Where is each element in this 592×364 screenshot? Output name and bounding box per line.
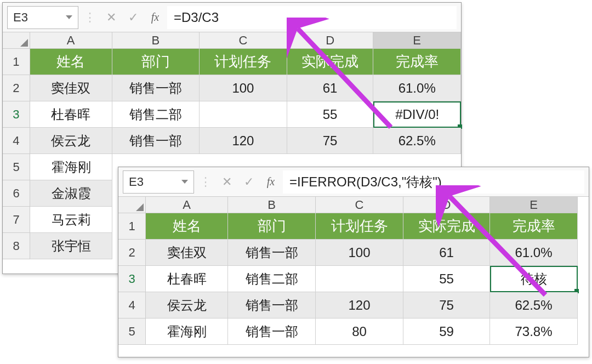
cell-d5[interactable]: 59 — [403, 318, 490, 345]
table-row: 5 霍海刚 销售一部 80 59 73.8% — [118, 318, 589, 345]
column-header-d[interactable]: D — [403, 197, 490, 213]
cell-b4[interactable]: 销售一部 — [228, 292, 316, 318]
column-header-b[interactable]: B — [112, 32, 200, 49]
check-icon: ✓ — [244, 175, 254, 189]
cell-a7[interactable]: 马云莉 — [30, 207, 112, 233]
row-header-4[interactable]: 4 — [118, 292, 146, 318]
row-header-3[interactable]: 3 — [3, 101, 30, 128]
formula-input[interactable]: =D3/C3 — [167, 6, 457, 29]
cell-d4[interactable]: 75 — [287, 128, 374, 154]
cell-b3[interactable]: 销售二部 — [228, 266, 316, 292]
name-box[interactable]: E3 — [7, 6, 78, 29]
cell-e3-selected[interactable]: 待核 — [490, 266, 578, 292]
column-header-a[interactable]: A — [146, 197, 228, 213]
cell-c2[interactable]: 100 — [316, 240, 403, 266]
cell-c5[interactable]: 80 — [316, 318, 403, 345]
cell-b2[interactable]: 销售一部 — [112, 75, 200, 101]
insert-function-button[interactable]: fx — [261, 172, 281, 192]
cell-a5[interactable]: 霍海刚 — [30, 154, 112, 180]
insert-function-button[interactable]: fx — [145, 8, 165, 27]
cell-d3[interactable]: 55 — [403, 266, 490, 292]
cancel-button[interactable]: ✕ — [101, 8, 121, 27]
row-header-5[interactable]: 5 — [3, 154, 30, 180]
header-cell-actual[interactable]: 实际完成 — [403, 213, 490, 240]
column-header-e[interactable]: E — [373, 32, 461, 49]
formula-input[interactable]: =IFERROR(D3/C3,"待核") — [283, 170, 584, 194]
cell-b3[interactable]: 销售二部 — [112, 101, 200, 128]
enter-button[interactable]: ✓ — [239, 172, 259, 192]
cell-e2[interactable]: 61.0% — [373, 75, 461, 101]
row-header-5[interactable]: 5 — [118, 318, 146, 345]
cell-c3[interactable] — [200, 101, 287, 128]
header-cell-dept[interactable]: 部门 — [228, 213, 316, 240]
header-cell-actual[interactable]: 实际完成 — [287, 49, 374, 75]
cell-d3[interactable]: 55 — [287, 101, 374, 128]
spreadsheet-grid: A B C D E 1 姓名 部门 计划任务 实际完成 完成率 2 窦佳双 销售… — [118, 197, 589, 345]
cell-a4[interactable]: 侯云龙 — [146, 292, 228, 318]
cell-a4[interactable]: 侯云龙 — [30, 128, 112, 154]
cell-a5[interactable]: 霍海刚 — [146, 318, 228, 345]
cell-a6[interactable]: 金淑霞 — [30, 180, 112, 207]
row-header-8[interactable]: 8 — [3, 233, 30, 259]
header-cell-rate[interactable]: 完成率 — [490, 213, 578, 240]
cancel-button[interactable]: ✕ — [217, 172, 237, 192]
column-header-b[interactable]: B — [228, 197, 316, 213]
cell-d4[interactable]: 75 — [403, 292, 490, 318]
cell-e3-selected[interactable]: #DIV/0! — [373, 101, 461, 128]
header-cell-plan[interactable]: 计划任务 — [316, 213, 403, 240]
column-header-d[interactable]: D — [287, 32, 374, 49]
formula-bar-separator: ⋮ — [84, 10, 96, 25]
formula-text: =IFERROR(D3/C3,"待核") — [289, 173, 442, 191]
column-header-a[interactable]: A — [30, 32, 112, 49]
select-all-corner[interactable] — [3, 32, 30, 49]
cell-b5[interactable]: 销售一部 — [228, 318, 316, 345]
check-icon: ✓ — [128, 10, 138, 25]
row-header-2[interactable]: 2 — [118, 240, 146, 266]
cell-a3[interactable]: 杜春晖 — [30, 101, 112, 128]
column-header-e[interactable]: E — [490, 197, 578, 213]
name-box-dropdown-icon[interactable] — [181, 180, 188, 184]
row-header-2[interactable]: 2 — [3, 75, 30, 101]
cell-a3[interactable]: 杜春晖 — [146, 266, 228, 292]
column-header-row: A B C D E — [3, 32, 461, 49]
cell-d2[interactable]: 61 — [287, 75, 374, 101]
cancel-icon: ✕ — [106, 10, 116, 25]
table-row: 3 杜春晖 销售二部 55 #DIV/0! — [3, 101, 461, 128]
column-header-row: A B C D E — [118, 197, 589, 213]
header-cell-plan[interactable]: 计划任务 — [200, 49, 287, 75]
enter-button[interactable]: ✓ — [123, 8, 143, 27]
row-header-7[interactable]: 7 — [3, 207, 30, 233]
cell-c3[interactable] — [316, 266, 403, 292]
cell-a2[interactable]: 窦佳双 — [30, 75, 112, 101]
formula-text: =D3/C3 — [174, 10, 219, 25]
cell-d2[interactable]: 61 — [403, 240, 490, 266]
cell-a8[interactable]: 张宇恒 — [30, 233, 112, 259]
row-header-6[interactable]: 6 — [3, 180, 30, 207]
row-header-1[interactable]: 1 — [3, 49, 30, 75]
header-cell-name[interactable]: 姓名 — [30, 49, 112, 75]
row-header-1[interactable]: 1 — [118, 213, 146, 240]
column-header-c[interactable]: C — [200, 32, 287, 49]
select-all-corner[interactable] — [118, 197, 146, 213]
name-box-value: E3 — [13, 10, 28, 25]
row-header-4[interactable]: 4 — [3, 128, 30, 154]
cell-e4[interactable]: 62.5% — [490, 292, 578, 318]
cell-e2[interactable]: 61.0% — [490, 240, 578, 266]
header-cell-dept[interactable]: 部门 — [112, 49, 200, 75]
cell-b4[interactable]: 销售一部 — [112, 128, 200, 154]
table-row-header: 1 姓名 部门 计划任务 实际完成 完成率 — [118, 213, 589, 240]
header-cell-name[interactable]: 姓名 — [146, 213, 228, 240]
cell-e5[interactable]: 73.8% — [490, 318, 578, 345]
column-header-c[interactable]: C — [316, 197, 403, 213]
cell-b2[interactable]: 销售一部 — [228, 240, 316, 266]
header-cell-rate[interactable]: 完成率 — [373, 49, 461, 75]
row-header-3[interactable]: 3 — [118, 266, 146, 292]
name-box[interactable]: E3 — [123, 170, 194, 194]
name-box-dropdown-icon[interactable] — [66, 15, 72, 19]
cell-a2[interactable]: 窦佳双 — [146, 240, 228, 266]
cell-c2[interactable]: 100 — [200, 75, 287, 101]
cell-c4[interactable]: 120 — [200, 128, 287, 154]
cell-e4[interactable]: 62.5% — [373, 128, 461, 154]
cell-c4[interactable]: 120 — [316, 292, 403, 318]
cancel-icon: ✕ — [222, 175, 232, 189]
